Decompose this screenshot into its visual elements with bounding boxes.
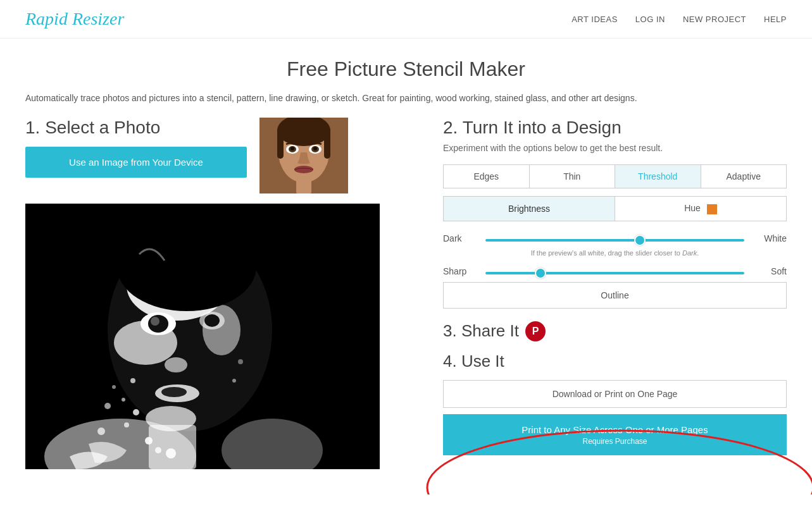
svg-point-11	[294, 166, 313, 173]
outline-button[interactable]: Outline	[443, 282, 787, 309]
print-button[interactable]: Print to Any Size Across One or More Pag…	[443, 414, 787, 456]
nav-help[interactable]: HELP	[764, 15, 787, 24]
svg-point-36	[155, 447, 161, 453]
left-column: 1. Select a Photo Use an Image from Your…	[25, 118, 424, 469]
svg-point-7	[290, 147, 294, 150]
svg-point-37	[166, 448, 176, 458]
stencil-svg	[25, 204, 380, 469]
step1-block: 1. Select a Photo Use an Image from Your…	[25, 118, 247, 178]
svg-point-41	[238, 359, 243, 364]
svg-rect-3	[277, 127, 284, 159]
sub-tabs: Brightness Hue	[443, 196, 787, 221]
sharp-slider-container	[485, 266, 744, 277]
svg-point-10	[313, 147, 317, 150]
thumbnail-svg	[259, 118, 348, 193]
svg-point-33	[133, 409, 139, 415]
nav: ART IDEAS LOG IN NEW PROJECT HELP	[572, 15, 787, 24]
brightness-hint: If the preview's all white, drag the sli…	[443, 249, 787, 257]
page-subtitle: Automatically trace photos and pictures …	[25, 91, 785, 105]
dark-label: Dark	[443, 233, 478, 243]
print-button-label: Print to Any Size Across One or More Pag…	[522, 424, 708, 435]
step1-heading: 1. Select a Photo	[25, 118, 247, 138]
svg-point-28	[117, 223, 256, 311]
sharp-label: Sharp	[443, 266, 478, 276]
download-button[interactable]: Download or Print on One Page	[443, 380, 787, 408]
tab-hue[interactable]: Hue	[615, 197, 786, 220]
soft-label: Soft	[752, 266, 787, 276]
tab-threshold[interactable]: Threshold	[615, 165, 701, 188]
step2-subtext: Experiment with the options below to get…	[443, 143, 787, 153]
svg-point-35	[145, 437, 153, 445]
brightness-slider-container	[485, 233, 744, 244]
svg-point-20	[151, 317, 159, 326]
svg-point-39	[104, 403, 111, 409]
right-column: 2. Turn It into a Design Experiment with…	[443, 118, 787, 464]
svg-point-23	[165, 357, 187, 372]
step4-heading: 4. Use It	[443, 352, 787, 371]
upload-area: 1. Select a Photo Use an Image from Your…	[25, 118, 424, 193]
page-title: Free Picture Stencil Maker	[25, 58, 787, 81]
upload-button[interactable]: Use an Image from Your Device	[25, 147, 247, 178]
svg-rect-12	[296, 180, 311, 193]
pinterest-button[interactable]: P	[525, 321, 546, 341]
nav-new-project[interactable]: NEW PROJECT	[683, 15, 746, 24]
white-label: White	[752, 233, 787, 243]
filter-tabs: Edges Thin Threshold Adaptive	[443, 164, 787, 188]
tab-brightness[interactable]: Brightness	[444, 197, 615, 220]
svg-point-38	[112, 385, 116, 389]
tab-edges[interactable]: Edges	[444, 165, 530, 188]
nav-art-ideas[interactable]: ART IDEAS	[572, 15, 618, 24]
nav-log-in[interactable]: LOG IN	[635, 15, 665, 24]
svg-point-32	[122, 398, 125, 402]
svg-rect-4	[324, 127, 330, 159]
main-content: Free Picture Stencil Maker Automatically…	[0, 39, 812, 494]
brightness-slider-row: Dark White	[443, 233, 787, 244]
svg-point-42	[232, 379, 236, 383]
content-grid: 1. Select a Photo Use an Image from Your…	[25, 118, 787, 469]
brightness-slider[interactable]	[485, 239, 744, 242]
svg-point-34	[124, 422, 129, 427]
header: Rapid Resizer ART IDEAS LOG IN NEW PROJE…	[0, 0, 812, 39]
step3-heading: 3. Share It	[443, 321, 519, 341]
svg-point-25	[161, 387, 187, 397]
tab-thin[interactable]: Thin	[530, 165, 616, 188]
svg-point-40	[97, 427, 105, 435]
use-section: 4. Use It Download or Print on One Page …	[443, 352, 787, 456]
share-section: 3. Share It P	[443, 321, 787, 341]
photo-thumbnail	[259, 118, 348, 193]
tab-adaptive[interactable]: Adaptive	[701, 165, 787, 188]
print-button-sub: Requires Purchase	[452, 436, 778, 447]
svg-point-22	[204, 314, 220, 327]
sharp-slider-row: Sharp Soft	[443, 266, 787, 277]
logo[interactable]: Rapid Resizer	[25, 9, 124, 29]
sharp-slider[interactable]	[485, 272, 744, 274]
stencil-image	[25, 204, 380, 469]
svg-point-31	[130, 378, 135, 383]
hue-swatch	[707, 204, 717, 214]
step2-heading: 2. Turn It into a Design	[443, 118, 787, 138]
